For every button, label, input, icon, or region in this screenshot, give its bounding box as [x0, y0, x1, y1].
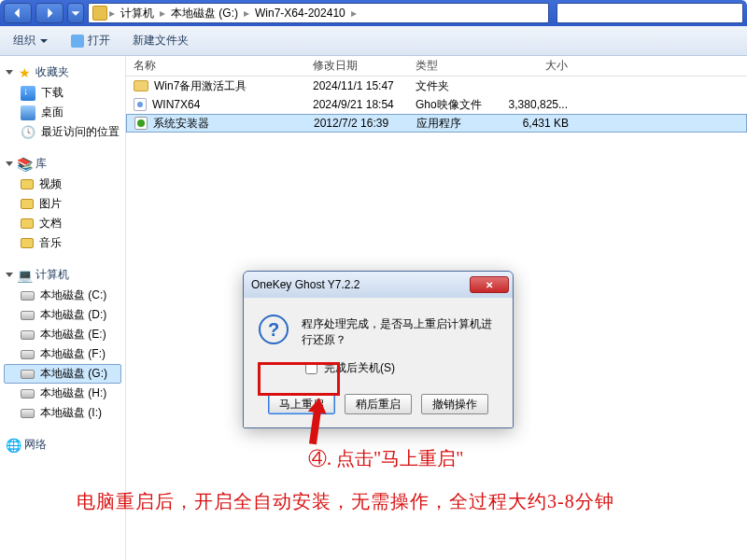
breadcrumb-sep-icon: ▸ — [244, 7, 249, 20]
folder-icon — [21, 218, 34, 229]
star-icon: ★ — [17, 65, 32, 80]
sidebar-item-label: 本地磁盘 (G:) — [40, 366, 107, 382]
breadcrumb-drive[interactable]: 本地磁盘 (G:) — [167, 6, 242, 21]
arrow-left-icon — [11, 7, 24, 20]
column-header-type[interactable]: 类型 — [416, 58, 504, 74]
column-header-name[interactable]: 名称 — [126, 58, 313, 74]
sidebar-item-music[interactable]: 音乐 — [4, 233, 121, 253]
sidebar-item-drive-c[interactable]: 本地磁盘 (C:) — [4, 286, 121, 305]
sidebar-item-label: 本地磁盘 (F:) — [40, 346, 106, 362]
file-type: 应用程序 — [416, 116, 505, 132]
sidebar-computer-header[interactable]: 💻计算机 — [4, 264, 121, 286]
sidebar-item-label: 本地磁盘 (E:) — [40, 327, 106, 343]
file-type: Gho映像文件 — [416, 97, 504, 113]
sidebar-item-pictures[interactable]: 图片 — [4, 194, 121, 214]
search-input[interactable] — [557, 3, 743, 23]
file-row[interactable]: WIN7X64 2024/9/21 18:54 Gho映像文件 3,380,82… — [126, 95, 747, 114]
sidebar-libraries-header[interactable]: 📚库 — [4, 153, 121, 175]
collapse-icon — [6, 273, 13, 277]
folder-icon — [21, 179, 34, 189]
column-header-date[interactable]: 修改日期 — [313, 58, 416, 74]
dialog-close-button[interactable]: ✕ — [470, 276, 509, 293]
file-date: 2024/9/21 18:54 — [313, 98, 416, 111]
sidebar-item-label: 本地磁盘 (D:) — [40, 307, 106, 323]
sidebar-item-drive-i[interactable]: 本地磁盘 (I:) — [4, 403, 121, 423]
new-folder-button[interactable]: 新建文件夹 — [127, 31, 194, 50]
restart-now-button[interactable]: 马上重启 — [268, 394, 335, 414]
navigation-sidebar: ★收藏夹 下载 桌面 🕓最近访问的位置 📚库 视频 图片 文档 音乐 💻计算机 … — [0, 56, 126, 560]
network-icon: 🌐 — [6, 438, 21, 453]
address-bar[interactable]: ▸ 计算机 ▸ 本地磁盘 (G:) ▸ Win7-X64-202410 ▸ — [88, 3, 549, 23]
drive-icon — [21, 330, 35, 340]
drive-icon — [21, 389, 35, 399]
sidebar-item-documents[interactable]: 文档 — [4, 214, 121, 233]
sidebar-item-videos[interactable]: 视频 — [4, 175, 121, 194]
chevron-down-icon — [39, 36, 49, 46]
sidebar-item-desktop[interactable]: 桌面 — [4, 103, 121, 122]
dialog-body: ? 程序处理完成，是否马上重启计算机进行还原？ — [244, 298, 513, 356]
sidebar-item-label: 下载 — [41, 85, 63, 101]
dialog-message: 程序处理完成，是否马上重启计算机进行还原？ — [302, 315, 498, 348]
question-icon: ? — [259, 315, 289, 344]
sidebar-item-drive-g[interactable]: 本地磁盘 (G:) — [4, 364, 121, 384]
breadcrumb-computer[interactable]: 计算机 — [117, 6, 158, 21]
sidebar-item-recent[interactable]: 🕓最近访问的位置 — [4, 122, 121, 142]
file-name: 系统安装器 — [153, 116, 209, 132]
restart-later-button[interactable]: 稍后重启 — [345, 394, 412, 414]
open-icon — [71, 35, 84, 48]
sidebar-item-drive-e[interactable]: 本地磁盘 (E:) — [4, 325, 121, 344]
dialog-checkbox-row: 完成后关机(S) — [244, 356, 513, 388]
file-name: WIN7X64 — [152, 98, 200, 111]
sidebar-item-downloads[interactable]: 下载 — [4, 83, 121, 103]
file-type: 文件夹 — [416, 78, 504, 94]
folder-icon — [134, 80, 148, 91]
close-icon: ✕ — [486, 280, 493, 290]
recent-icon: 🕓 — [21, 125, 35, 140]
file-row[interactable]: 系统安装器 2012/7/2 16:39 应用程序 6,431 KB — [126, 114, 747, 133]
arrow-right-icon — [43, 7, 56, 20]
breadcrumb-folder[interactable]: Win7-X64-202410 — [251, 7, 349, 20]
onekey-ghost-dialog: OneKey Ghost Y7.2.2 ✕ ? 程序处理完成，是否马上重启计算机… — [243, 271, 514, 428]
computer-label: 计算机 — [35, 267, 69, 283]
nav-back-button[interactable] — [4, 3, 32, 23]
network-label: 网络 — [24, 437, 47, 453]
dialog-title: OneKey Ghost Y7.2.2 — [251, 278, 360, 291]
open-label: 打开 — [88, 33, 110, 49]
folder-icon — [21, 199, 34, 209]
organize-button[interactable]: 组织 — [7, 31, 54, 50]
shutdown-checkbox[interactable] — [305, 362, 317, 374]
file-name: Win7备用激活工具 — [154, 78, 247, 94]
drive-icon — [21, 350, 35, 359]
file-date: 2012/7/2 16:39 — [314, 117, 416, 130]
sidebar-item-drive-h[interactable]: 本地磁盘 (H:) — [4, 384, 121, 403]
sidebar-item-drive-f[interactable]: 本地磁盘 (F:) — [4, 344, 121, 364]
drive-icon — [21, 311, 35, 320]
nav-history-button[interactable] — [67, 3, 84, 23]
sidebar-item-label: 最近访问的位置 — [41, 124, 120, 140]
annotation-note-text: 电脑重启后，开启全自动安装，无需操作，全过程大约3-8分钟 — [77, 489, 614, 514]
breadcrumb-sep-icon: ▸ — [109, 7, 115, 20]
cancel-operation-button[interactable]: 撤销操作 — [421, 394, 488, 414]
libraries-label: 库 — [35, 156, 47, 172]
sidebar-item-label: 文档 — [39, 216, 62, 231]
drive-icon — [21, 409, 35, 418]
column-header-size[interactable]: 大小 — [504, 58, 579, 74]
file-row[interactable]: Win7备用激活工具 2024/11/1 15:47 文件夹 — [126, 77, 747, 95]
organize-label: 组织 — [13, 33, 35, 49]
sidebar-favorites-header[interactable]: ★收藏夹 — [4, 62, 121, 83]
breadcrumb-sep-icon: ▸ — [351, 7, 357, 20]
open-button[interactable]: 打开 — [65, 31, 116, 50]
nav-forward-button[interactable] — [35, 3, 63, 23]
folder-icon — [21, 238, 34, 248]
computer-icon: 💻 — [17, 268, 32, 283]
gho-file-icon — [134, 98, 147, 111]
dialog-button-row: 马上重启 稍后重启 撤销操作 — [244, 388, 513, 427]
new-folder-label: 新建文件夹 — [133, 33, 189, 49]
dialog-titlebar[interactable]: OneKey Ghost Y7.2.2 ✕ — [244, 272, 513, 298]
sidebar-item-drive-d[interactable]: 本地磁盘 (D:) — [4, 305, 121, 325]
sidebar-item-label: 本地磁盘 (I:) — [40, 405, 102, 421]
drive-icon — [21, 291, 35, 301]
sidebar-network-header[interactable]: 🌐网络 — [4, 434, 121, 455]
sidebar-item-label: 图片 — [39, 196, 62, 212]
collapse-icon — [6, 70, 13, 75]
